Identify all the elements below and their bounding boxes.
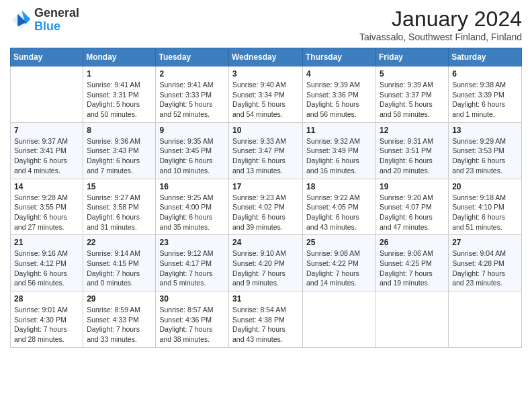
calendar-cell: 14Sunrise: 9:28 AM Sunset: 3:55 PM Dayli…: [11, 179, 83, 235]
month-title: January 2024: [359, 7, 522, 32]
day-info: Sunrise: 9:20 AM Sunset: 4:07 PM Dayligh…: [380, 193, 445, 232]
logo-text: General Blue: [34, 7, 79, 34]
calendar-cell: 12Sunrise: 9:31 AM Sunset: 3:51 PM Dayli…: [376, 122, 449, 179]
day-info: Sunrise: 9:16 AM Sunset: 4:12 PM Dayligh…: [14, 248, 79, 288]
day-number: 30: [159, 294, 225, 304]
calendar-cell: 31Sunrise: 8:54 AM Sunset: 4:38 PM Dayli…: [229, 291, 303, 348]
day-number: 20: [452, 182, 518, 191]
day-info: Sunrise: 9:35 AM Sunset: 3:45 PM Dayligh…: [159, 136, 225, 176]
calendar-cell: 5Sunrise: 9:39 AM Sunset: 3:37 PM Daylig…: [376, 66, 449, 123]
logo-icon: [10, 9, 32, 31]
calendar-cell: 24Sunrise: 9:10 AM Sunset: 4:20 PM Dayli…: [229, 235, 303, 291]
day-info: Sunrise: 9:23 AM Sunset: 4:02 PM Dayligh…: [232, 193, 299, 232]
calendar-week-row: 1Sunrise: 9:41 AM Sunset: 3:31 PM Daylig…: [11, 66, 522, 123]
day-number: 7: [14, 126, 79, 135]
day-number: 6: [452, 69, 518, 79]
calendar-cell: 27Sunrise: 9:04 AM Sunset: 4:28 PM Dayli…: [449, 235, 522, 291]
calendar-cell: 9Sunrise: 9:35 AM Sunset: 3:45 PM Daylig…: [156, 122, 229, 179]
calendar-cell: 15Sunrise: 9:27 AM Sunset: 3:58 PM Dayli…: [83, 179, 156, 235]
day-number: 16: [159, 182, 225, 191]
calendar-cell: 20Sunrise: 9:18 AM Sunset: 4:10 PM Dayli…: [449, 179, 522, 235]
day-number: 11: [306, 126, 372, 135]
day-number: 25: [306, 238, 372, 247]
day-number: 9: [159, 126, 225, 135]
calendar-cell: 28Sunrise: 9:01 AM Sunset: 4:30 PM Dayli…: [11, 291, 83, 348]
day-number: 18: [306, 182, 372, 191]
title-block: January 2024 Taivassalo, Southwest Finla…: [359, 7, 522, 42]
weekday-header: Thursday: [303, 48, 376, 66]
day-info: Sunrise: 9:28 AM Sunset: 3:55 PM Dayligh…: [14, 193, 79, 232]
calendar-cell: 2Sunrise: 9:41 AM Sunset: 3:33 PM Daylig…: [156, 66, 229, 123]
day-number: 13: [452, 126, 518, 135]
day-info: Sunrise: 9:40 AM Sunset: 3:34 PM Dayligh…: [232, 80, 299, 120]
day-number: 24: [232, 238, 299, 247]
day-info: Sunrise: 9:29 AM Sunset: 3:53 PM Dayligh…: [452, 136, 518, 176]
calendar-cell: [449, 291, 522, 348]
day-info: Sunrise: 9:25 AM Sunset: 4:00 PM Dayligh…: [159, 193, 225, 232]
page: General Blue January 2024 Taivassalo, So…: [0, 0, 532, 411]
day-info: Sunrise: 9:18 AM Sunset: 4:10 PM Dayligh…: [452, 193, 518, 232]
calendar-week-row: 21Sunrise: 9:16 AM Sunset: 4:12 PM Dayli…: [11, 235, 522, 291]
calendar-cell: 1Sunrise: 9:41 AM Sunset: 3:31 PM Daylig…: [83, 66, 156, 123]
day-info: Sunrise: 9:39 AM Sunset: 3:36 PM Dayligh…: [306, 80, 372, 120]
day-info: Sunrise: 9:10 AM Sunset: 4:20 PM Dayligh…: [232, 248, 299, 288]
day-info: Sunrise: 9:32 AM Sunset: 3:49 PM Dayligh…: [306, 136, 372, 176]
day-info: Sunrise: 9:04 AM Sunset: 4:28 PM Dayligh…: [452, 248, 518, 288]
calendar-cell: 30Sunrise: 8:57 AM Sunset: 4:36 PM Dayli…: [156, 291, 229, 348]
day-number: 29: [87, 294, 152, 304]
weekday-header-row: SundayMondayTuesdayWednesdayThursdayFrid…: [11, 48, 522, 66]
calendar-cell: 21Sunrise: 9:16 AM Sunset: 4:12 PM Dayli…: [11, 235, 83, 291]
calendar-cell: 18Sunrise: 9:22 AM Sunset: 4:05 PM Dayli…: [303, 179, 376, 235]
day-info: Sunrise: 9:22 AM Sunset: 4:05 PM Dayligh…: [306, 193, 372, 232]
day-info: Sunrise: 9:31 AM Sunset: 3:51 PM Dayligh…: [380, 136, 445, 176]
weekday-header: Saturday: [449, 48, 522, 66]
calendar-cell: 17Sunrise: 9:23 AM Sunset: 4:02 PM Dayli…: [229, 179, 303, 235]
calendar-cell: 11Sunrise: 9:32 AM Sunset: 3:49 PM Dayli…: [303, 122, 376, 179]
day-info: Sunrise: 9:27 AM Sunset: 3:58 PM Dayligh…: [87, 193, 152, 232]
weekday-header: Wednesday: [229, 48, 303, 66]
calendar-cell: 6Sunrise: 9:38 AM Sunset: 3:39 PM Daylig…: [449, 66, 522, 123]
day-info: Sunrise: 9:41 AM Sunset: 3:31 PM Dayligh…: [87, 80, 152, 120]
day-number: 4: [306, 69, 372, 79]
day-info: Sunrise: 9:33 AM Sunset: 3:47 PM Dayligh…: [232, 136, 299, 176]
weekday-header: Monday: [83, 48, 156, 66]
logo: General Blue: [10, 7, 79, 34]
calendar-cell: 16Sunrise: 9:25 AM Sunset: 4:00 PM Dayli…: [156, 179, 229, 235]
calendar-cell: 26Sunrise: 9:06 AM Sunset: 4:25 PM Dayli…: [376, 235, 449, 291]
calendar-week-row: 14Sunrise: 9:28 AM Sunset: 3:55 PM Dayli…: [11, 179, 522, 235]
weekday-header: Sunday: [11, 48, 83, 66]
calendar-cell: 10Sunrise: 9:33 AM Sunset: 3:47 PM Dayli…: [229, 122, 303, 179]
header: General Blue January 2024 Taivassalo, So…: [10, 7, 522, 42]
day-info: Sunrise: 9:14 AM Sunset: 4:15 PM Dayligh…: [87, 248, 152, 288]
day-info: Sunrise: 9:39 AM Sunset: 3:37 PM Dayligh…: [380, 80, 445, 120]
day-number: 3: [232, 69, 299, 79]
calendar-cell: 3Sunrise: 9:40 AM Sunset: 3:34 PM Daylig…: [229, 66, 303, 123]
day-info: Sunrise: 9:06 AM Sunset: 4:25 PM Dayligh…: [380, 248, 445, 288]
calendar-table: SundayMondayTuesdayWednesdayThursdayFrid…: [10, 48, 522, 348]
day-info: Sunrise: 9:08 AM Sunset: 4:22 PM Dayligh…: [306, 248, 372, 288]
day-number: 23: [159, 238, 225, 247]
calendar-cell: 25Sunrise: 9:08 AM Sunset: 4:22 PM Dayli…: [303, 235, 376, 291]
day-info: Sunrise: 8:59 AM Sunset: 4:33 PM Dayligh…: [87, 305, 152, 345]
calendar-week-row: 7Sunrise: 9:37 AM Sunset: 3:41 PM Daylig…: [11, 122, 522, 179]
day-info: Sunrise: 8:57 AM Sunset: 4:36 PM Dayligh…: [159, 305, 225, 345]
calendar-cell: 8Sunrise: 9:36 AM Sunset: 3:43 PM Daylig…: [83, 122, 156, 179]
calendar-cell: [376, 291, 449, 348]
day-number: 1: [87, 69, 152, 79]
day-info: Sunrise: 9:41 AM Sunset: 3:33 PM Dayligh…: [159, 80, 225, 120]
day-number: 8: [87, 126, 152, 135]
day-info: Sunrise: 9:38 AM Sunset: 3:39 PM Dayligh…: [452, 80, 518, 120]
calendar-cell: 29Sunrise: 8:59 AM Sunset: 4:33 PM Dayli…: [83, 291, 156, 348]
calendar-cell: 23Sunrise: 9:12 AM Sunset: 4:17 PM Dayli…: [156, 235, 229, 291]
day-number: 2: [159, 69, 225, 79]
calendar-cell: 7Sunrise: 9:37 AM Sunset: 3:41 PM Daylig…: [11, 122, 83, 179]
calendar-cell: 13Sunrise: 9:29 AM Sunset: 3:53 PM Dayli…: [449, 122, 522, 179]
day-number: 26: [380, 238, 445, 247]
day-number: 27: [452, 238, 518, 247]
day-number: 31: [232, 294, 299, 304]
calendar-cell: 22Sunrise: 9:14 AM Sunset: 4:15 PM Dayli…: [83, 235, 156, 291]
day-number: 19: [380, 182, 445, 191]
day-number: 14: [14, 182, 79, 191]
calendar-cell: [303, 291, 376, 348]
day-number: 17: [232, 182, 299, 191]
